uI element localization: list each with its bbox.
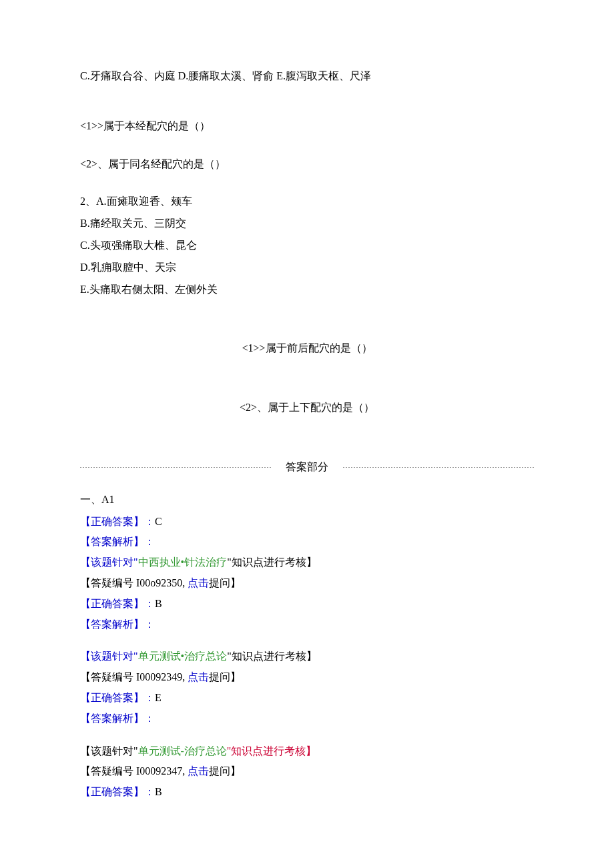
q2-optB: B.痛经取关元、三阴交 (80, 214, 534, 234)
answer-block-3: 【该题针对"单元测试-治疗总论"知识点进行考核】 【答疑编号 I00092347… (80, 742, 534, 802)
topic-close: "知识点进行考核】 (227, 650, 317, 662)
q2-sub2: <2>、属于上下配穴的是（） (80, 398, 534, 418)
click-link[interactable]: 点击 (188, 671, 209, 683)
analysis-label: 【答案解析】： (80, 615, 534, 634)
correct-label: 【正确答案】： (80, 516, 155, 527)
correct-label: 【正确答案】： (80, 692, 155, 703)
qnum-value: I00092349 (136, 671, 182, 683)
correct-label: 【正确答案】： (80, 786, 155, 797)
q2-optD: D.乳痈取膻中、天宗 (80, 258, 534, 278)
answer-section-header: 答案部分 (80, 458, 534, 477)
answer-header-text: 答案部分 (286, 461, 328, 472)
correct-value: C (155, 516, 162, 527)
click-link[interactable]: 点击 (188, 577, 209, 588)
answer-block-2: 【该题针对"单元测试•治疗总论"知识点进行考核】 【答疑编号 I00092349… (80, 647, 534, 728)
analysis-label: 【答案解析】： (80, 709, 534, 729)
document-body: C.牙痛取合谷、内庭 D.腰痛取太溪、肾俞 E.腹泻取天枢、尺泽 <1>>属于本… (80, 67, 534, 802)
q2-optE: E.头痛取右侧太阳、左侧外关 (80, 280, 534, 300)
topic-text: 中西执业•针法治疗 (138, 556, 228, 568)
correct-answer-line: 【正确答案】：C (80, 512, 534, 532)
qnum-open: 【答疑编号 (80, 577, 136, 588)
qnum-close: 提问】 (209, 765, 241, 777)
q2-label: 2、A.面瘫取迎香、颊车 (80, 192, 534, 211)
correct-value: E (155, 692, 162, 703)
topic-text: 单元测试•治疗总论 (138, 650, 228, 662)
correct-answer-line: 【正确答案】：E (80, 689, 534, 708)
correct-value: B (155, 786, 162, 797)
topic-line: 【该题针对"单元测试-治疗总论"知识点进行考核】 (80, 742, 534, 761)
q1-sub2: <2>、属于同名经配穴的是（） (80, 155, 534, 174)
answer-block-1: 【正确答案】：C 【答案解析】： 【该题针对"中西执业•针法治疗"知识点进行考核… (80, 512, 534, 634)
correct-answer-line: 【正确答案】：B (80, 594, 534, 614)
topic-open: 【该题针对" (80, 650, 138, 662)
qnum-close: 提问】 (209, 577, 241, 588)
q2-optC: C.头项强痛取大椎、昆仑 (80, 236, 534, 256)
topic-close: "知识点进行考核】 (227, 556, 317, 568)
topic-close-red: "知识点进行考核】 (227, 745, 317, 757)
qnum-line: 【答疑编号 I00092347, 点击提问】 (80, 762, 534, 781)
topic-open-black: 【该题针对" (80, 745, 138, 757)
topic-line: 【该题针对"单元测试•治疗总论"知识点进行考核】 (80, 647, 534, 667)
q1-options-cde: C.牙痛取合谷、内庭 D.腰痛取太溪、肾俞 E.腹泻取天枢、尺泽 (80, 67, 534, 86)
qnum-value: I00092347 (136, 765, 182, 777)
qnum-close: 提问】 (209, 671, 241, 683)
topic-text: 单元测试-治疗总论 (138, 745, 227, 757)
qnum-line: 【答疑编号 I00092349, 点击提问】 (80, 668, 534, 687)
correct-value: B (155, 598, 162, 609)
topic-open: 【该题针对" (80, 556, 138, 568)
q2-block: 2、A.面瘫取迎香、颊车 B.痛经取关元、三阴交 C.头项强痛取大椎、昆仑 D.… (80, 192, 534, 299)
qnum-value: I00o92350 (136, 577, 182, 588)
qnum-open: 【答疑编号 (80, 671, 136, 683)
topic-line: 【该题针对"中西执业•针法治疗"知识点进行考核】 (80, 553, 534, 572)
analysis-label: 【答案解析】： (80, 532, 534, 552)
q1-sub1: <1>>属于本经配穴的是（） (80, 117, 534, 136)
section-a1-label: 一、A1 (80, 490, 534, 510)
q2-sub1: <1>>属于前后配穴的是（） (80, 339, 534, 358)
correct-label: 【正确答案】： (80, 598, 155, 609)
correct-answer-line: 【正确答案】：B (80, 783, 534, 802)
qnum-line: 【答疑编号 I00o92350, 点击提问】 (80, 574, 534, 593)
qnum-open: 【答疑编号 (80, 765, 136, 777)
click-link[interactable]: 点击 (188, 765, 209, 777)
